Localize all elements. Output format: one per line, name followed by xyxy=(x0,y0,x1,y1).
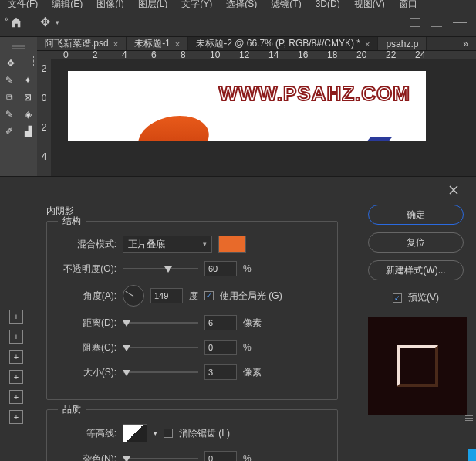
distance-label: 距离(D): xyxy=(58,317,116,330)
doc-tab-active[interactable]: 未标题-2 @ 66.7% (P, RGB/8#/CMYK) *× xyxy=(188,37,378,50)
preview-thumbnail xyxy=(368,317,467,415)
doc-tab[interactable]: 阿飞新菜谱.psd× xyxy=(37,37,127,50)
chevron-down-icon: ▾ xyxy=(203,240,207,248)
wand-tool-icon[interactable]: ✦ xyxy=(20,73,35,88)
add-button[interactable]: + xyxy=(9,310,23,324)
doc-tab[interactable]: 未标题-1× xyxy=(127,37,188,50)
chevron-down-icon[interactable]: ▾ xyxy=(154,429,157,437)
panel-grip-icon[interactable] xyxy=(464,408,474,427)
blend-mode-label: 混合模式: xyxy=(58,238,116,251)
lasso-tool-icon[interactable]: ✎ xyxy=(2,73,17,88)
minimize-icon[interactable] xyxy=(453,22,467,23)
document-tabs: 阿飞新菜谱.psd× 未标题-1× 未标题-2 @ 66.7% (P, RGB/… xyxy=(37,37,476,51)
unit-label: 像素 xyxy=(243,317,262,330)
crop-tool-icon[interactable]: ⧉ xyxy=(2,90,17,105)
antialias-checkbox[interactable] xyxy=(164,429,173,438)
menu-layer[interactable]: 图层(L) xyxy=(138,0,168,8)
spread-input[interactable] xyxy=(204,340,237,355)
close-icon[interactable] xyxy=(448,185,461,197)
size-slider[interactable] xyxy=(123,371,198,373)
options-bar: ✥ ▾ xyxy=(0,8,476,37)
angle-input[interactable] xyxy=(150,288,183,303)
menu-3d[interactable]: 3D(D) xyxy=(316,0,340,8)
tool-palette: « ✥ ✎✦ ⧉⊠ ✎◈ ✐▟ xyxy=(0,37,37,181)
close-icon[interactable]: × xyxy=(365,39,370,49)
angle-dial[interactable] xyxy=(123,285,144,307)
contour-picker[interactable] xyxy=(123,424,147,442)
add-button[interactable]: + xyxy=(9,350,23,364)
ok-button[interactable]: 确定 xyxy=(368,205,464,225)
tabs-overflow-icon[interactable]: » xyxy=(455,37,476,50)
size-input[interactable] xyxy=(204,364,237,380)
artboard: WWW.PSAHZ.COM xyxy=(68,71,426,141)
blend-mode-select[interactable]: 正片叠底▾ xyxy=(123,236,212,253)
menu-window[interactable]: 窗口 xyxy=(399,0,417,8)
group-label: 结构 xyxy=(58,215,86,228)
opacity-label: 不透明度(O): xyxy=(58,263,116,276)
group-label: 品质 xyxy=(58,403,86,416)
brush-tool-icon[interactable]: ✐ xyxy=(2,124,17,139)
menu-select[interactable]: 选择(S) xyxy=(226,0,257,8)
menu-filter[interactable]: 滤镜(T) xyxy=(271,0,301,8)
add-button[interactable]: + xyxy=(9,390,23,404)
unit-label: % xyxy=(243,453,252,461)
antialias-label: 消除锯齿 (L) xyxy=(179,427,230,440)
doc-tab[interactable]: psahz.p xyxy=(378,37,427,50)
canvas[interactable]: WWW.PSAHZ.COM xyxy=(51,59,476,181)
dialog-actions: 确定 复位 新建样式(W)... 预览(V) xyxy=(356,205,476,461)
global-light-checkbox[interactable] xyxy=(204,291,214,300)
distance-input[interactable] xyxy=(204,315,237,330)
angle-label: 角度(A): xyxy=(58,290,116,303)
logo-shape xyxy=(361,137,392,141)
spread-slider[interactable] xyxy=(123,347,198,348)
unit-label: 度 xyxy=(189,290,198,303)
add-button[interactable]: + xyxy=(9,370,23,384)
grip-icon[interactable] xyxy=(12,45,25,49)
close-icon[interactable]: × xyxy=(175,39,180,49)
ruler-vertical: 2024 xyxy=(37,59,51,181)
window-button[interactable] xyxy=(410,18,420,27)
stamp-tool-icon[interactable]: ▟ xyxy=(20,124,35,139)
collapse-icon[interactable]: « xyxy=(5,15,9,23)
noise-input[interactable] xyxy=(204,451,237,461)
section-title: 内阴影 xyxy=(46,205,356,218)
opacity-input[interactable] xyxy=(204,261,237,276)
color-swatch[interactable] xyxy=(218,236,246,253)
close-icon[interactable]: × xyxy=(113,39,118,49)
unit-label: % xyxy=(243,263,252,274)
move-tool-icon[interactable]: ✥ xyxy=(3,56,19,71)
frame-tool-icon[interactable]: ⊠ xyxy=(20,90,35,105)
ruler-horizontal: 024681012141618202224 xyxy=(37,51,476,59)
menu-image[interactable]: 图像(I) xyxy=(96,0,123,8)
logo-shape xyxy=(133,116,214,141)
home-icon[interactable] xyxy=(9,16,23,29)
style-adders: + + + + + + xyxy=(0,205,32,461)
menu-view[interactable]: 视图(V) xyxy=(354,0,385,8)
menu-bar: 文件(F) 编辑(E) 图像(I) 图层(L) 文字(Y) 选择(S) 滤镜(T… xyxy=(0,0,476,8)
preview-label: 预览(V) xyxy=(408,291,439,304)
window-button[interactable] xyxy=(431,18,442,27)
watermark-text: WWW.PSAHZ.COM xyxy=(219,82,410,106)
menu-file[interactable]: 文件(F) xyxy=(8,0,38,8)
chevron-down-icon[interactable]: ▾ xyxy=(56,19,59,26)
menu-type[interactable]: 文字(Y) xyxy=(181,0,212,8)
marquee-tool-icon[interactable] xyxy=(22,56,34,66)
move-tool-icon[interactable]: ✥ xyxy=(37,15,52,30)
new-style-button[interactable]: 新建样式(W)... xyxy=(368,260,464,280)
patch-tool-icon[interactable]: ◈ xyxy=(20,107,35,122)
menu-edit[interactable]: 编辑(E) xyxy=(52,0,83,8)
distance-slider[interactable] xyxy=(123,322,198,324)
reset-button[interactable]: 复位 xyxy=(368,232,464,253)
preview-checkbox[interactable] xyxy=(393,293,402,303)
spread-label: 阻塞(C): xyxy=(58,341,116,354)
global-light-label: 使用全局光 (G) xyxy=(220,290,282,303)
add-button[interactable]: + xyxy=(9,410,23,424)
unit-label: % xyxy=(243,342,252,353)
noise-label: 杂色(N): xyxy=(58,453,116,462)
resize-handle[interactable] xyxy=(468,449,476,461)
add-button[interactable]: + xyxy=(9,330,23,344)
noise-slider[interactable] xyxy=(123,458,198,459)
eyedropper-tool-icon[interactable]: ✎ xyxy=(2,107,17,122)
unit-label: 像素 xyxy=(243,366,262,379)
opacity-slider[interactable] xyxy=(123,268,198,269)
